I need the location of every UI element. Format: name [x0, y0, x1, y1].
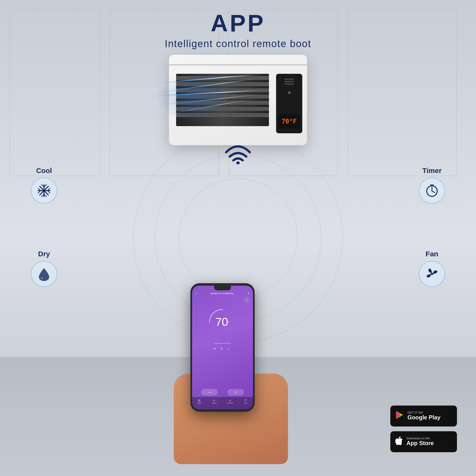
ac-vent-slat-6	[176, 107, 269, 111]
feature-timer: Timer	[419, 167, 445, 204]
svg-line-15	[432, 191, 435, 192]
timer-circle	[419, 178, 445, 204]
page-subtitle: Intelligent control remote boot	[0, 38, 476, 50]
ac-vent-slat-5	[176, 101, 269, 105]
ac-control-panel: ❄ 70°F	[276, 74, 302, 133]
minus-button[interactable]: —	[201, 389, 218, 395]
nav-function-label: Function	[227, 402, 233, 404]
phone-notch	[214, 286, 231, 290]
nav-mode-icon: ⊞	[197, 399, 202, 402]
app-store-text: Download on the App Store	[407, 437, 434, 447]
google-play-button[interactable]: GET IT ON Google Play	[390, 406, 457, 426]
phone-screen-title: portable air conditioning	[211, 292, 234, 295]
ac-vents	[176, 74, 269, 126]
nav-function-icon: ≡	[227, 399, 233, 402]
google-play-text: GET IT ON Google Play	[408, 411, 441, 421]
plus-button[interactable]: +	[227, 389, 244, 395]
temp-unit: °	[228, 321, 229, 325]
apple-icon	[395, 436, 403, 447]
phone-header: ‹ portable air conditioning ✎	[192, 291, 253, 295]
ac-unit: ❄ 70°F	[155, 55, 321, 155]
dry-label: Dry	[31, 250, 57, 258]
temp-value: 70	[215, 316, 228, 328]
svg-point-21	[231, 312, 232, 313]
feature-dry: Dry	[31, 250, 57, 287]
app-stores-container: GET IT ON Google Play Download on the Ap…	[390, 406, 457, 452]
dry-circle	[31, 261, 57, 287]
nav-mode[interactable]: ⊞ Mode	[197, 399, 202, 404]
power-button[interactable]: ⏻	[244, 297, 250, 303]
temp-number: 70°	[215, 316, 230, 328]
ac-vent-slat-7	[176, 113, 269, 117]
nav-speed-label: Speed	[212, 402, 217, 404]
timer-label: Timer	[419, 167, 445, 175]
google-play-name: Google Play	[408, 414, 441, 421]
back-arrow: ‹	[195, 291, 196, 295]
degrees-label: Degrees Fahrenheit	[192, 342, 253, 344]
phone-nav-bar: ⊞ Mode ✳ Speed ≡ Function ⏱ Timer	[192, 397, 253, 409]
svg-point-17	[41, 277, 43, 279]
ac-vent-slat-2	[176, 82, 269, 86]
phone-body: ‹ portable air conditioning ✎ ⏻	[190, 283, 255, 412]
cool-circle	[31, 178, 57, 204]
wifi-icon	[224, 143, 252, 164]
edit-icon: ✎	[248, 292, 250, 295]
nav-timer-icon: ⏱	[244, 399, 248, 402]
mode-icons: ❄ ❈ ◇	[192, 347, 253, 350]
water-icon	[37, 267, 51, 281]
ac-body: ❄ 70°F	[169, 55, 307, 145]
page-title: APP	[0, 10, 476, 37]
ac-vent-slat-4	[176, 95, 269, 99]
header: APP Intelligent control remote boot	[0, 10, 476, 50]
clock-icon	[425, 184, 439, 198]
wifi-icon-container	[224, 143, 252, 165]
ac-snowflake: ❄	[288, 90, 291, 95]
svg-point-20	[227, 310, 228, 311]
control-buttons: — +	[192, 389, 253, 395]
app-store-button[interactable]: Download on the App Store	[390, 431, 457, 452]
google-play-pre-text: GET IT ON	[408, 411, 441, 414]
ac-vent-slat-3	[176, 88, 269, 92]
cool-label: Cool	[31, 167, 57, 175]
feature-cool: Cool	[31, 167, 57, 204]
fan-label: Fan	[419, 250, 445, 258]
svg-point-0	[236, 161, 240, 164]
nav-speed-icon: ✳	[212, 399, 217, 402]
snowflake-icon	[37, 184, 51, 198]
nav-function[interactable]: ≡ Function	[227, 399, 233, 404]
fan-circle	[419, 261, 445, 287]
svg-point-18	[431, 273, 433, 275]
app-store-pre-text: Download on the	[407, 437, 434, 440]
ac-top-stripe	[169, 64, 307, 66]
app-store-name: App Store	[407, 440, 434, 447]
google-play-icon	[395, 410, 404, 422]
ac-control-button	[284, 79, 294, 80]
phone-hand-container: ‹ portable air conditioning ✎ ⏻	[164, 298, 283, 464]
phone-screen: ‹ portable air conditioning ✎ ⏻	[192, 286, 253, 409]
ac-vent-slat-1	[176, 76, 269, 80]
nav-timer[interactable]: ⏱ Timer	[244, 399, 248, 404]
svg-point-23	[235, 320, 236, 321]
temp-dial: 70°	[205, 305, 240, 340]
nav-timer-label: Timer	[244, 402, 248, 404]
svg-point-22	[234, 316, 235, 316]
feature-fan: Fan	[419, 250, 445, 287]
ac-display: 70°F	[278, 114, 300, 129]
nav-speed[interactable]: ✳ Speed	[212, 399, 217, 404]
nav-mode-label: Mode	[197, 402, 202, 404]
fan-icon	[425, 267, 439, 281]
